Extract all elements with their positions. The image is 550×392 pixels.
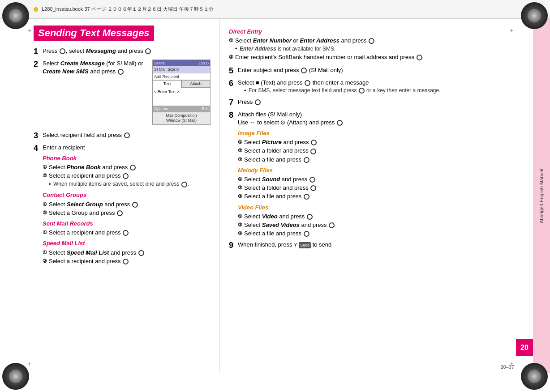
vf-step-2-text: Select Saved Videos and press — [244, 221, 514, 229]
cg-step-1-num: ① — [43, 200, 49, 208]
de-bullet-1-text: Enter Address is not available for SMS. — [240, 45, 335, 53]
right-label: Abridged English Manual — [533, 19, 550, 373]
mf-step-3-num: ③ — [238, 192, 244, 200]
phonebook-bullet-1: • When multiple items are saved, select … — [49, 180, 211, 188]
vf-step-1-text: Select Video and press — [244, 213, 514, 221]
top-bar: L280_insatsu.book 37 ページ ２００６年１２月２６日 火曜日… — [0, 0, 550, 19]
circle-sml1 — [138, 250, 144, 256]
if-step-3-text: Select a file and press — [244, 156, 514, 164]
vf-step-2-num: ② — [238, 221, 244, 229]
circle-mf2 — [310, 185, 316, 191]
subsection-image-files-title: Image Files — [238, 129, 514, 137]
de-bullet-1: • Enter Address is not available for SMS… — [235, 45, 514, 53]
step6-bullet-dot: • — [244, 87, 249, 95]
melody-files-step-3: ③ Select a file and press — [238, 192, 514, 200]
subsection-video-files-title: Video Files — [238, 204, 514, 212]
de-step-1-text: Select Enter Number or Enter Address and… — [235, 37, 514, 45]
subsection-phone-book-title: Phone Book — [43, 154, 211, 162]
corner-bl — [2, 363, 29, 390]
circle-mf3 — [304, 194, 309, 200]
right-column: Direct Entry ① Select Enter Number or En… — [219, 19, 516, 373]
mail-ss-body: < Enter Text > — [153, 88, 210, 106]
step-2-content: S! Mail 15:05 S! Mail Size:0 Add Recipie… — [43, 60, 211, 128]
step-1-content: Press , select Messaging and press — [43, 47, 211, 55]
step-8: 8 Attach files (S! Mail only) Use ↔ to s… — [229, 111, 514, 239]
right-label-text: Abridged English Manual — [539, 169, 544, 223]
mail-ss-tabs: Text Attach — [153, 80, 210, 88]
circle-6 — [305, 80, 310, 86]
step-3: 3 Select recipient field and press — [34, 131, 211, 141]
sm-step-1-num: ① — [43, 229, 49, 236]
circle-mf1 — [309, 177, 315, 183]
circle-icon-1 — [60, 48, 65, 54]
circle-vf2 — [329, 222, 335, 228]
video-files-step-1: ① Select Video and press — [238, 213, 514, 221]
circle-cg1 — [132, 202, 138, 208]
circle-sml2 — [123, 259, 129, 264]
direct-entry-step-2: ② Enter recipient's SoftBank handset num… — [229, 53, 514, 61]
cg-step-2-num: ② — [43, 209, 49, 217]
de-step-2-num: ② — [229, 53, 235, 61]
if-step-1-text: Select Picture and press — [244, 138, 514, 146]
circle-de2 — [417, 55, 422, 60]
sml-step-1-num: ① — [43, 249, 49, 256]
subsection-speed-mail-title: Speed Mail List — [43, 239, 211, 247]
step-6-content: Select ■ (Text) and press then enter a m… — [238, 79, 514, 95]
sml-step-2-num: ② — [43, 257, 49, 265]
direct-entry-title: Direct Entry — [229, 28, 514, 35]
circle-icon-1b — [145, 48, 151, 54]
step-1-num: 1 — [34, 47, 43, 57]
de-step-1-num: ① — [229, 37, 235, 44]
circle-vf3 — [304, 231, 309, 237]
circle-icon-2 — [118, 69, 124, 75]
mail-ss-header-left: S! Mail — [154, 60, 167, 66]
step6-bullet-text: For SMS, select message text field and p… — [249, 87, 441, 94]
contact-groups-step-1: ① Select Select Group and press — [43, 200, 211, 209]
phonebook-step-2: ② Select a recipient and press — [43, 172, 211, 180]
video-files-step-3: ③ Select a file and press — [238, 230, 514, 238]
phonebook-step-1-text: Select Phone Book and press — [49, 163, 211, 171]
mail-ss-caption1: Mail Composition — [166, 113, 197, 118]
mail-ss-footer-left: Options — [154, 106, 168, 112]
mf-step-1-text: Select Sound and press — [244, 175, 514, 183]
step-4: 4 Enter a recipient Phone Book ① Select … — [34, 144, 211, 266]
circle-if1 — [311, 140, 317, 145]
direct-entry-step-1: ① Select Enter Number or Enter Address a… — [229, 37, 514, 45]
circle-vf1 — [307, 214, 313, 220]
mail-ss-footer: Options Edit — [153, 106, 210, 112]
circle-de1 — [369, 38, 374, 44]
bullet-dot-1: • — [49, 180, 53, 188]
circle-pb3 — [181, 182, 187, 187]
step-3-content: Select recipient field and press — [43, 131, 211, 139]
vf-step-3-text: Select a file and press — [244, 230, 514, 238]
step-5: 5 Enter subject and press (S! Mail only) — [229, 66, 514, 76]
image-files-step-3: ③ Select a file and press — [238, 156, 514, 164]
step-2-num: 2 — [34, 60, 43, 69]
step-4-num: 4 — [34, 144, 43, 153]
subsection-sent-mail-title: Sent Mail Records — [43, 220, 211, 228]
if-step-1-num: ① — [238, 138, 244, 146]
vf-step-1-num: ① — [238, 213, 244, 220]
melody-files-step-2: ② Select a folder and press — [238, 184, 514, 192]
mail-ss-row1-text: S! Mail Size:0 — [154, 67, 179, 72]
step-1: 1 Press , select Messaging and press — [34, 47, 211, 57]
step-6-num: 6 — [229, 79, 238, 89]
step-7-content: Press — [238, 98, 514, 106]
contact-groups-step-2: ② Select a Group and press — [43, 209, 211, 217]
circle-icon-3 — [124, 132, 130, 138]
phonebook-bullet-1-text: When multiple items are saved, select on… — [53, 180, 189, 188]
cross-mark-bl: + — [28, 360, 31, 367]
step6-bullet-1: • For SMS, select message text field and… — [244, 87, 514, 95]
step-5-content: Enter subject and press (S! Mail only) — [238, 66, 514, 74]
mail-ss-header: S! Mail 15:05 — [153, 60, 210, 67]
top-bar-text: L280_insatsu.book 37 ページ ２００６年１２月２６日 火曜日… — [42, 6, 214, 13]
de-step-2-text: Enter recipient's SoftBank handset numbe… — [235, 53, 514, 61]
mail-screenshot: S! Mail 15:05 S! Mail Size:0 Add Recipie… — [152, 60, 211, 125]
phonebook-step-1-num: ① — [43, 163, 49, 171]
step-8-num: 8 — [229, 111, 238, 120]
sm-step-1-text: Select a recipient and press — [49, 229, 211, 237]
page-title: Sending Text Messages — [34, 26, 154, 41]
circle-pb2 — [123, 173, 129, 179]
mail-ss-tab-text: Text — [153, 80, 181, 88]
melody-files-step-1: ① Select Sound and press — [238, 175, 514, 183]
